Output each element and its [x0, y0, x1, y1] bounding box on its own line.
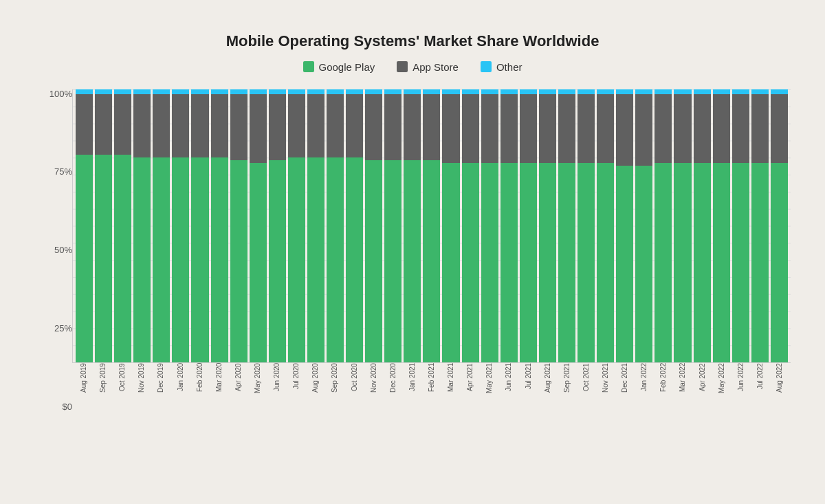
bar-google-segment [713, 163, 730, 362]
bar-google-segment [500, 163, 518, 362]
x-axis-label: Nov 2020 [365, 363, 382, 413]
x-axis-label: Nov 2019 [133, 363, 150, 413]
bar-col [751, 89, 769, 362]
bar-other-segment [327, 89, 344, 95]
bar-apple-segment [133, 94, 151, 157]
legend-google: Google Play [303, 61, 375, 73]
x-axis-label: Sep 2020 [326, 363, 343, 413]
bar-google-segment [597, 163, 614, 362]
bar-apple-segment [674, 94, 691, 162]
bar-other-segment [462, 89, 479, 95]
bar-google-segment [172, 157, 189, 362]
bar-apple-segment [520, 94, 537, 162]
x-axis-label: Apr 2021 [461, 363, 478, 413]
bar-apple-segment [172, 94, 189, 157]
bar-google-segment [211, 157, 228, 362]
bar-google-segment [365, 160, 382, 362]
bar-google-segment [635, 166, 652, 362]
bar-apple-segment [346, 94, 363, 157]
bar-col [114, 89, 131, 362]
bar-col [578, 89, 595, 362]
bar-other-segment [133, 89, 151, 95]
bar-google-segment [95, 155, 112, 362]
bar-other-segment [384, 89, 402, 95]
x-axis-label: Aug 2020 [307, 363, 324, 413]
x-axis-label: Apr 2022 [694, 363, 711, 413]
bar-google-segment [384, 160, 402, 362]
bar-apple-segment [732, 94, 749, 162]
bar-apple-segment [616, 94, 633, 165]
bar-other-segment [597, 89, 614, 95]
apple-swatch [397, 61, 408, 72]
bar-google-segment [346, 157, 363, 362]
bar-col [346, 89, 363, 362]
x-axis-label: Feb 2020 [191, 363, 208, 413]
bar-apple-segment [250, 94, 267, 162]
bar-apple-segment [558, 94, 575, 162]
bar-other-segment [771, 89, 788, 95]
bar-col [654, 89, 672, 362]
bar-col [462, 89, 479, 362]
bar-google-segment [558, 163, 575, 362]
x-axis-label: Sep 2021 [558, 363, 575, 413]
bar-col [384, 89, 402, 362]
bar-other-segment [539, 89, 556, 95]
x-axis-label: Mar 2020 [210, 363, 228, 413]
bar-col [250, 89, 267, 362]
x-axis-label: May 2022 [713, 363, 730, 413]
bar-google-segment [771, 163, 788, 362]
bar-apple-segment [95, 94, 112, 154]
bar-col [732, 89, 749, 362]
bar-other-segment [191, 89, 208, 95]
bar-apple-segment [694, 94, 711, 162]
bar-col [423, 89, 440, 362]
x-axis-label: Jan 2022 [635, 363, 652, 413]
bar-col [307, 89, 324, 362]
bar-other-segment [250, 89, 267, 95]
bar-google-segment [616, 166, 633, 362]
bar-other-segment [153, 89, 170, 95]
bar-apple-segment [442, 94, 459, 162]
bar-apple-segment [230, 94, 248, 160]
bar-col [771, 89, 788, 362]
bar-apple-segment [751, 94, 769, 162]
bar-google-segment [462, 163, 479, 362]
bar-google-segment [288, 157, 305, 362]
x-axis-label: Oct 2019 [113, 363, 131, 413]
bar-google-segment [674, 163, 691, 362]
y-label-100: 100% [50, 89, 72, 98]
bar-google-segment [307, 157, 324, 362]
other-swatch [481, 61, 492, 72]
bar-other-segment [404, 89, 421, 95]
bar-col [288, 89, 305, 362]
y-label-25: 25% [54, 324, 72, 333]
bar-col [404, 89, 421, 362]
x-axis-label: May 2020 [249, 363, 266, 413]
bars-area [72, 89, 791, 363]
bar-col [230, 89, 248, 362]
chart-area: 100% 75% 50% 25% $0 Aug 2019Sep 2019Oct … [34, 89, 791, 413]
x-axis-label: Nov 2021 [597, 363, 614, 413]
bar-apple-segment [404, 94, 421, 160]
bar-col [674, 89, 691, 362]
x-axis-label: Aug 2019 [75, 363, 92, 413]
bar-col [133, 89, 151, 362]
bar-other-segment [288, 89, 305, 95]
bar-apple-segment [153, 94, 170, 157]
bar-other-segment [76, 89, 93, 95]
bar-apple-segment [76, 94, 93, 154]
bar-apple-segment [654, 94, 672, 162]
bar-other-segment [713, 89, 730, 95]
bar-google-segment [76, 155, 93, 362]
bar-col [365, 89, 382, 362]
bar-other-segment [616, 89, 633, 95]
x-axis-label: Jun 2020 [268, 363, 285, 413]
bar-google-segment [250, 163, 267, 362]
bar-other-segment [732, 89, 749, 95]
bar-google-segment [327, 157, 344, 362]
x-axis-label: Feb 2021 [423, 363, 440, 413]
bar-other-segment [751, 89, 769, 95]
bar-google-segment [481, 163, 498, 362]
bar-col [616, 89, 633, 362]
bar-google-segment [404, 160, 421, 362]
